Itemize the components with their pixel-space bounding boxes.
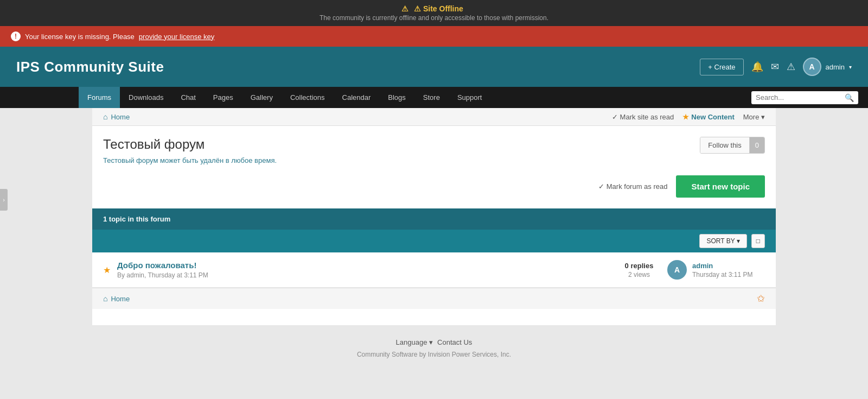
create-button[interactable]: + Create xyxy=(700,59,743,75)
breadcrumb: ⌂ Home xyxy=(103,112,130,121)
topic-replies: 0 replies xyxy=(617,262,661,270)
mark-forum-read-button[interactable]: ✓ Mark forum as read xyxy=(598,182,668,191)
topic-views: 2 views xyxy=(617,271,661,278)
nav-item-support[interactable]: Support xyxy=(449,87,491,108)
footer-links: Language ▾ Contact Us xyxy=(0,338,868,346)
forum-header: Тестовый форум Тестовый форум может быть… xyxy=(92,126,776,170)
offline-bar: ⚠ ⚠ Site Offline The community is curren… xyxy=(0,0,868,26)
user-name-label: admin xyxy=(826,63,845,71)
breadcrumb-actions: ✓ Mark site as read ★ New Content More ▾ xyxy=(612,113,765,121)
topic-stats: 0 replies 2 views xyxy=(617,262,661,278)
header-actions: + Create 🔔 ✉ ⚠ A admin ▾ xyxy=(700,58,852,76)
rss-icon[interactable]: ✩ xyxy=(757,293,765,305)
forum-title: Тестовый форум xyxy=(103,137,277,152)
main-header: IPS Community Suite + Create 🔔 ✉ ⚠ A adm… xyxy=(0,47,868,87)
nav-item-gallery[interactable]: Gallery xyxy=(242,87,282,108)
checkmark-icon: ✓ xyxy=(598,182,604,191)
offline-subtitle: The community is currently offline and o… xyxy=(9,14,859,22)
last-post-user[interactable]: admin xyxy=(692,262,752,270)
footer-home-icon: ⌂ xyxy=(103,294,107,303)
nav-item-downloads[interactable]: Downloads xyxy=(120,87,172,108)
search-box: 🔍 xyxy=(751,91,858,104)
topic-last-post: A admin Thursday at 3:11 PM xyxy=(667,260,765,280)
sort-by-button[interactable]: SORT BY ▾ xyxy=(699,234,746,248)
copyright-text: Community Software by Invision Power Ser… xyxy=(0,351,868,358)
topics-count-label: 1 topic in this forum xyxy=(103,215,170,223)
sidebar-toggle[interactable]: › xyxy=(0,189,8,211)
search-input[interactable] xyxy=(756,93,843,102)
license-link[interactable]: provide your license key xyxy=(139,33,214,41)
mark-site-read-button[interactable]: ✓ Mark site as read xyxy=(612,113,674,121)
offline-title: ⚠ ⚠ Site Offline xyxy=(9,4,859,13)
user-menu-chevron-icon: ▾ xyxy=(849,64,852,70)
nav-bar: Forums Downloads Chat Pages Gallery Coll… xyxy=(0,87,868,108)
nav-item-chat[interactable]: Chat xyxy=(172,87,204,108)
topic-title-link[interactable]: Добро пожаловать! xyxy=(117,261,196,270)
more-dropdown-button[interactable]: More ▾ xyxy=(743,113,765,121)
follow-count: 0 xyxy=(749,137,764,153)
topic-star-icon: ★ xyxy=(103,265,111,275)
last-post-avatar: A xyxy=(667,260,687,280)
footer-breadcrumb: ⌂ Home ✩ xyxy=(92,288,776,309)
language-dropdown-button[interactable]: Language ▾ xyxy=(396,338,433,346)
contact-us-link[interactable]: Contact Us xyxy=(437,338,472,346)
breadcrumb-bar: ⌂ Home ✓ Mark site as read ★ New Content… xyxy=(92,108,776,126)
messages-icon[interactable]: ✉ xyxy=(771,61,779,73)
start-new-topic-button[interactable]: Start new topic xyxy=(676,175,765,198)
license-bar: ! Your license key is missing. Please pr… xyxy=(0,26,868,47)
follow-button[interactable]: Follow this 0 xyxy=(700,137,765,154)
nav-item-pages[interactable]: Pages xyxy=(205,87,242,108)
nav-item-blogs[interactable]: Blogs xyxy=(379,87,414,108)
notifications-icon[interactable]: 🔔 xyxy=(751,61,763,73)
checkmark-icon: ✓ xyxy=(612,113,618,121)
content-wrapper: ⌂ Home ✓ Mark site as read ★ New Content… xyxy=(92,108,776,325)
license-text: Your license key is missing. Please xyxy=(25,33,135,41)
page-footer: Language ▾ Contact Us Community Software… xyxy=(0,325,868,367)
topic-meta: By admin, Thursday at 3:11 PM xyxy=(117,271,611,279)
breadcrumb-home-link[interactable]: Home xyxy=(111,113,130,121)
footer-home-link[interactable]: Home xyxy=(111,295,130,303)
search-icon: 🔍 xyxy=(845,93,854,102)
view-mode-button[interactable]: □ xyxy=(751,234,765,248)
nav-item-forums[interactable]: Forums xyxy=(79,87,120,108)
user-menu[interactable]: A admin ▾ xyxy=(803,58,852,76)
last-post-time: Thursday at 3:11 PM xyxy=(692,271,752,278)
forum-subtitle: Тестовый форум может быть удалён в любое… xyxy=(103,156,277,164)
star-icon: ★ xyxy=(682,113,689,121)
topic-info: Добро пожаловать! By admin, Thursday at … xyxy=(117,261,611,279)
last-post-info: admin Thursday at 3:11 PM xyxy=(692,262,752,278)
alerts-icon[interactable]: ⚠ xyxy=(787,61,795,73)
avatar: A xyxy=(803,58,821,76)
home-icon: ⌂ xyxy=(103,112,107,121)
warning-icon: ⚠ xyxy=(401,4,409,13)
table-row: ★ Добро пожаловать! By admin, Thursday a… xyxy=(92,252,776,288)
nav-item-store[interactable]: Store xyxy=(414,87,449,108)
new-content-button[interactable]: ★ New Content xyxy=(682,113,734,121)
footer-breadcrumb-left: ⌂ Home xyxy=(103,294,130,303)
forum-title-area: Тестовый форум Тестовый форум может быть… xyxy=(103,137,277,164)
warning-circle-icon: ! xyxy=(11,31,21,41)
topics-toolbar: SORT BY ▾ □ xyxy=(92,230,776,252)
site-title: IPS Community Suite xyxy=(16,59,164,75)
nav-item-collections[interactable]: Collections xyxy=(282,87,334,108)
forum-actions-row: ✓ Mark forum as read Start new topic xyxy=(92,170,776,208)
topics-header: 1 topic in this forum xyxy=(92,208,776,230)
follow-label: Follow this xyxy=(700,137,749,153)
nav-item-calendar[interactable]: Calendar xyxy=(334,87,380,108)
